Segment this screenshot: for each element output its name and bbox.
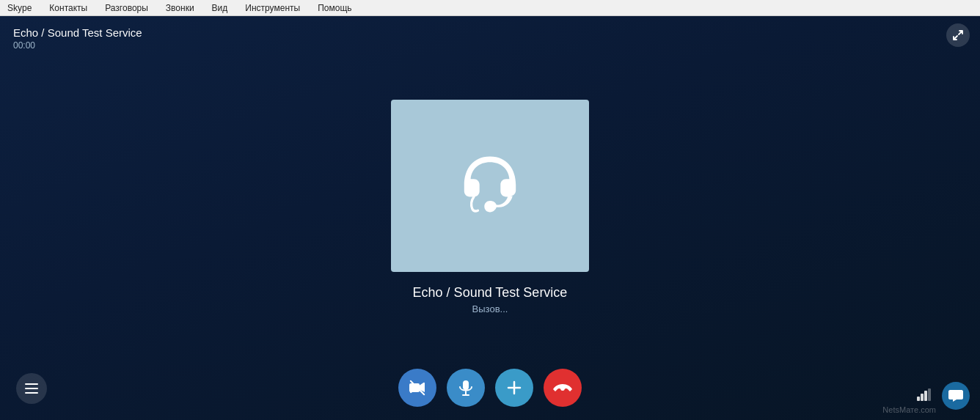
call-timer: 00:00 bbox=[13, 40, 142, 51]
svg-rect-13 bbox=[928, 388, 931, 401]
svg-rect-10 bbox=[917, 397, 920, 401]
contact-name: Echo / Sound Test Service bbox=[413, 285, 568, 301]
signal-icon bbox=[917, 388, 935, 405]
svg-rect-3 bbox=[409, 383, 420, 392]
call-info: Echo / Sound Test Service 00:00 bbox=[13, 26, 142, 51]
chat-icon bbox=[948, 389, 963, 402]
svg-rect-11 bbox=[921, 394, 924, 401]
menu-skype[interactable]: Skype bbox=[4, 1, 34, 15]
menu-calls[interactable]: Звонки bbox=[163, 1, 197, 15]
svg-rect-5 bbox=[463, 380, 469, 390]
microphone-icon bbox=[459, 380, 472, 396]
menu-view[interactable]: Вид bbox=[209, 1, 231, 15]
call-status: Вызов... bbox=[472, 303, 508, 314]
expand-button[interactable] bbox=[946, 23, 970, 47]
call-area: Echo / Sound Test Service 00:00 Echo / S… bbox=[0, 16, 980, 420]
menubar: Skype Контакты Разговоры Звонки Вид Инст… bbox=[0, 0, 980, 16]
video-toggle-button[interactable] bbox=[398, 369, 436, 407]
svg-rect-12 bbox=[924, 391, 927, 401]
menu-contacts[interactable]: Контакты bbox=[46, 1, 90, 15]
end-call-icon bbox=[553, 383, 572, 393]
end-call-button[interactable] bbox=[544, 369, 582, 407]
expand-icon bbox=[952, 29, 964, 41]
video-icon bbox=[409, 382, 425, 394]
avatar-section: Echo / Sound Test Service Вызов... bbox=[391, 100, 589, 314]
add-participant-button[interactable] bbox=[495, 369, 533, 407]
mute-button[interactable] bbox=[447, 369, 485, 407]
menu-tools[interactable]: Инструменты bbox=[242, 1, 303, 15]
watermark: NetsМате.com bbox=[882, 405, 936, 414]
add-icon bbox=[506, 380, 522, 396]
chat-button[interactable] bbox=[942, 382, 970, 410]
menu-help[interactable]: Помощь bbox=[315, 1, 354, 15]
avatar-box bbox=[391, 100, 589, 272]
menu-conversations[interactable]: Разговоры bbox=[102, 1, 151, 15]
call-controls bbox=[0, 369, 980, 407]
headset-icon bbox=[450, 144, 530, 228]
call-title: Echo / Sound Test Service bbox=[13, 26, 142, 39]
